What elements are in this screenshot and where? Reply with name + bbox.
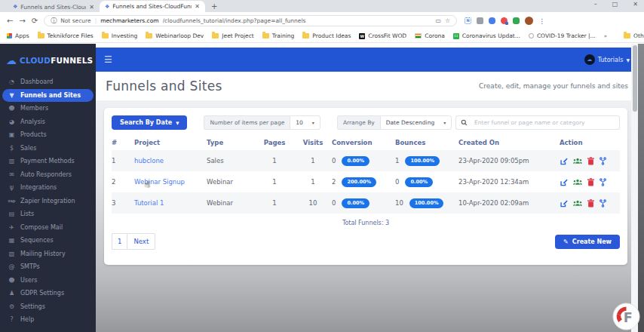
members-icon[interactable] [573, 158, 582, 164]
total-funnels-label: Total Funnels: 3 [112, 220, 620, 226]
items-per-page-select[interactable]: 10 ▾ [290, 115, 320, 130]
visits-count: 1 [294, 178, 332, 186]
bookmark-link[interactable]: COVID-19 Tracker |... [529, 32, 596, 39]
back-icon[interactable]: ← [7, 17, 13, 25]
window-close-icon[interactable]: ✕ [633, 1, 638, 8]
bookmarks-overflow-icon[interactable]: » [604, 33, 607, 39]
cloudfunnels-logo[interactable]: ☁ CLOUDFUNNELS [0, 44, 96, 75]
cast-icon[interactable]: ▭ [435, 17, 441, 24]
sidebar-item-sales[interactable]: $Sales [0, 142, 96, 155]
forward-icon[interactable]: → [19, 17, 25, 25]
extension-icon[interactable]: N [465, 17, 471, 24]
site-info-icon[interactable]: ⓘ [51, 17, 57, 25]
bookmark-apps[interactable]: Apps [7, 32, 29, 39]
browser-tab-inactive[interactable]: ❖ Funnels and Sites-CloudFunnels ✕ [8, 2, 100, 12]
bookmark-link[interactable]: Corona [415, 32, 445, 39]
bookmark-link[interactable]: 11Coronavirus Updat... [453, 32, 520, 39]
sidebar-item-gdpr-settings[interactable]: ♟GDPR Settings [0, 287, 96, 300]
bookmark-star-icon[interactable]: ☆ [445, 17, 450, 24]
tab-close-icon[interactable]: ✕ [195, 3, 200, 10]
sidebar-item-integrations[interactable]: ψIntegrations [0, 181, 96, 195]
bookmark-folder[interactable]: Webinarloop Dev [146, 32, 204, 39]
scrollbar-thumb[interactable] [633, 45, 637, 112]
svg-text:F: F [624, 310, 633, 325]
sidebar-item-users[interactable]: ☻Users [0, 274, 96, 287]
create-new-button[interactable]: ✎ Create New [555, 235, 620, 249]
branch-icon[interactable] [600, 178, 606, 186]
extension-icon[interactable] [501, 17, 508, 24]
edit-icon[interactable] [560, 199, 568, 208]
window-minimize-icon[interactable]: – [594, 1, 597, 8]
sidebar-item-help[interactable]: ?Help [0, 313, 96, 327]
new-tab-button[interactable]: + [211, 2, 217, 11]
bookmark-folder[interactable]: Jeet Project [212, 32, 253, 39]
sidebar-item-analysis[interactable]: ◕Analysis [0, 115, 96, 129]
search-by-date-button[interactable]: Search By Date ▼ [112, 115, 187, 130]
sidebar-item-lists[interactable]: ▤Lists [0, 208, 96, 221]
page-number-button[interactable]: 1 [112, 233, 127, 250]
arrange-by-select[interactable]: Date Descending ▾ [380, 115, 452, 130]
edit-icon[interactable] [560, 157, 568, 165]
page-header: Funnels and Sites Create, edit, manage y… [96, 72, 638, 100]
sidebar-item-compose-mail[interactable]: ✈Compose Mail [0, 221, 96, 235]
app-viewport: ☁ CLOUDFUNNELS ◔Dashboard ▼Funnels and S… [0, 44, 644, 332]
site-favicon: 11 [453, 33, 459, 39]
sidebar-item-funnels-and-sites[interactable]: ▼Funnels and Sites [2, 89, 94, 103]
branch-icon[interactable] [600, 157, 606, 165]
sidebar-item-sequences[interactable]: ▦Sequences [0, 234, 96, 247]
folder-icon [38, 33, 44, 38]
delete-icon[interactable] [587, 199, 594, 208]
pages-count: 1 [255, 178, 294, 186]
bookmark-folder[interactable]: Training [262, 32, 295, 39]
sidebar-item-zapier-integration[interactable]: zapZapier Integration [0, 195, 96, 208]
bookmark-folder[interactable]: Investing [102, 32, 137, 39]
bookmark-link[interactable]: WCrossFit WOD [359, 32, 406, 39]
bookmark-folder[interactable]: Teknikforce Files [38, 32, 94, 39]
extension-icon[interactable] [489, 17, 495, 24]
sidebar-item-mailing-history[interactable]: ▧Mailing History [0, 247, 96, 261]
tab-favicon: ❖ [13, 4, 17, 10]
security-label: Not secure [60, 17, 90, 24]
members-icon[interactable] [573, 179, 582, 186]
sidebar-item-products[interactable]: ▣Products [0, 128, 96, 142]
tutorials-menu[interactable]: ☁ Tutorials ▼ [584, 54, 630, 65]
tab-close-icon[interactable]: ✕ [89, 4, 94, 11]
url-bar[interactable]: ⓘ Not secure | mechmarketers.com /cloudf… [44, 15, 457, 26]
funnel-search-group [455, 115, 620, 130]
members-icon[interactable] [573, 200, 582, 207]
table-header-row: # Project Type Pages Visits Conversion B… [112, 134, 620, 150]
project-link[interactable]: hubclone [134, 157, 207, 164]
row-actions [560, 199, 620, 208]
funnel-icon: ▼ [8, 92, 16, 99]
delete-icon[interactable] [587, 178, 594, 186]
created-on: 23-Apr-2020 12:34am [458, 178, 560, 186]
edit-icon[interactable] [560, 178, 568, 186]
extension-icon[interactable] [513, 17, 520, 24]
branch-icon[interactable] [600, 199, 606, 208]
sidebar-item-settings[interactable]: ⚙Settings [0, 300, 96, 314]
bookmark-folder[interactable]: Product Ideas [302, 32, 351, 39]
hamburger-menu-icon[interactable]: ☰ [104, 54, 112, 65]
project-type: Webinar [207, 199, 255, 207]
reload-icon[interactable]: ⟳ [32, 17, 38, 25]
project-type: Sales [207, 157, 255, 164]
window-maximize-icon[interactable]: □ [612, 1, 618, 8]
sidebar-item-members[interactable]: ☻Members [0, 102, 96, 115]
screenshot-root: ❖ Funnels and Sites-CloudFunnels ✕ ❖ Fun… [0, 0, 644, 332]
browser-menu-icon[interactable]: ⋮ [538, 17, 545, 25]
browser-tab-active[interactable]: ❖ Funnels and Sites-CloudFunnels ✕ [100, 1, 205, 12]
funnel-search-input[interactable] [471, 115, 620, 130]
next-page-button[interactable]: Next [127, 233, 155, 250]
project-link[interactable]: Tutorial 1 [134, 199, 207, 207]
sidebar-item-dashboard[interactable]: ◔Dashboard [0, 75, 96, 89]
profile-avatar[interactable] [525, 17, 533, 25]
delete-icon[interactable] [587, 157, 594, 165]
other-bookmarks[interactable]: Other bookmarks [624, 32, 644, 39]
sidebar-item-smtps[interactable]: @SMTPs [0, 260, 96, 274]
chevron-down-icon: ▾ [312, 120, 314, 125]
extension-icon[interactable] [477, 17, 483, 24]
url-path: /cloudfunnels_tutorial/index.php?page=al… [163, 17, 432, 24]
page-scrollbar[interactable] [631, 44, 638, 332]
sidebar-item-auto-responders[interactable]: ✉Auto Responders [0, 168, 96, 182]
sidebar-item-payment-methods[interactable]: ▥Payment Methods [0, 155, 96, 168]
